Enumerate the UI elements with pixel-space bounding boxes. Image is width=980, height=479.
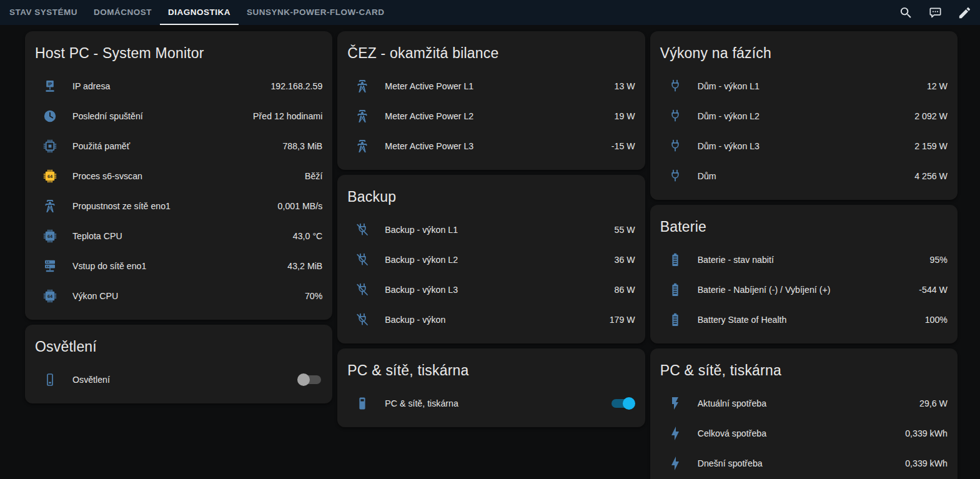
entity-name: Použitá paměť: [72, 141, 267, 151]
entity-row-baterie-stav[interactable]: Baterie - stav nabití 95%: [650, 245, 958, 275]
tab-diagnostika[interactable]: DIAGNOSTIKA: [160, 0, 239, 25]
entity-row-backup-l2[interactable]: Backup - výkon L2 36 W: [337, 245, 645, 275]
entity-row-meter-l3[interactable]: Meter Active Power L3 -15 W: [337, 131, 645, 161]
entity-name: Dům - výkon L3: [698, 141, 900, 151]
power-plug-off-icon: [355, 222, 370, 237]
cpu-64-bit-icon: [42, 229, 57, 244]
entity-value: 43,0 °C: [293, 231, 322, 241]
entity-value: 2 092 W: [914, 111, 948, 121]
card-title: Backup: [337, 182, 645, 215]
card-title: ČEZ - okamžitá bilance: [337, 39, 645, 71]
card-title: PC & sítě, tiskárna: [337, 356, 645, 388]
card-title: Baterie: [650, 212, 958, 245]
entity-value: 2 159 W: [914, 141, 948, 151]
pc-site-tiskarna-toggle[interactable]: [610, 397, 635, 410]
entity-name: Backup - výkon L3: [385, 285, 599, 295]
entity-name: Aktuální spotřeba: [698, 398, 904, 408]
tab-sunsynk-power-flow-card[interactable]: SUNSYNK-POWER-FLOW-CARD: [239, 0, 392, 25]
entity-row-backup-l1[interactable]: Backup - výkon L1 55 W: [337, 215, 645, 245]
entity-name: Backup - výkon L1: [385, 225, 599, 235]
power-plug-icon: [668, 169, 683, 184]
app-header: STAV SYSTÉMU DOMÁCNOST DIAGNOSTIKA SUNSY…: [0, 0, 980, 25]
entity-value: 70%: [305, 291, 322, 301]
entity-row-vykon-cpu[interactable]: Výkon CPU 70%: [25, 281, 332, 311]
entity-value: Před 12 hodinami: [253, 111, 322, 121]
card-vykony-na-fazich: Výkony na fázích Dům - výkon L1 12 W Dům…: [650, 31, 958, 200]
server-network-icon: [42, 259, 57, 274]
battery-icon: [668, 252, 683, 267]
entity-value: 12 W: [927, 81, 948, 91]
entity-name: Meter Active Power L3: [385, 141, 596, 151]
entity-row-ip-adresa[interactable]: IP adresa 192.168.2.59: [25, 71, 332, 101]
entity-value: 192.168.2.59: [270, 81, 322, 91]
card-pc-site-tiskarna-sensors: PC & sítě, tiskárna Aktuální spotřeba 29…: [650, 348, 958, 479]
battery-icon: [668, 312, 683, 327]
entity-row-dum-l1[interactable]: Dům - výkon L1 12 W: [650, 71, 958, 101]
entity-name: Proces s6-svscan: [72, 171, 290, 181]
entity-row-backup-l3[interactable]: Backup - výkon L3 86 W: [337, 275, 645, 305]
entity-name: Propustnost ze sítě eno1: [72, 201, 263, 211]
entity-row-dum-l3[interactable]: Dům - výkon L3 2 159 W: [650, 131, 958, 161]
transmission-tower-icon: [355, 79, 370, 94]
entity-row-meter-l1[interactable]: Meter Active Power L1 13 W: [337, 71, 645, 101]
entity-value: 19 W: [615, 111, 635, 121]
transmission-tower-icon: [355, 109, 370, 124]
power-plug-icon: [668, 109, 683, 124]
entity-row-dum-l2[interactable]: Dům - výkon L2 2 092 W: [650, 101, 958, 131]
osvetleni-toggle[interactable]: [297, 373, 322, 386]
entity-row-backup-total[interactable]: Backup - výkon 179 W: [337, 305, 645, 335]
search-icon[interactable]: [899, 6, 913, 20]
entity-row-battery-soh[interactable]: Battery State of Health 100%: [650, 305, 958, 335]
entity-row-posledni-spusteni[interactable]: Poslední spuštění Před 12 hodinami: [25, 101, 332, 131]
entity-row-propustnost[interactable]: Propustnost ze sítě eno1 0,001 MB/s: [25, 191, 332, 221]
entity-name: PC & sítě, tiskárna: [385, 398, 595, 408]
power-plug-off-icon: [355, 312, 370, 327]
entity-row-teplota-cpu[interactable]: Teplota CPU 43,0 °C: [25, 221, 332, 251]
entity-value: 29,6 W: [919, 398, 948, 408]
entity-name: Battery State of Health: [698, 315, 910, 325]
column-1: Host PC - System Monitor IP adresa 192.1…: [25, 31, 332, 403]
entity-row-aktualni-spotreba[interactable]: Aktuální spotřeba 29,6 W: [650, 388, 958, 418]
entity-name: Dům - výkon L2: [698, 111, 900, 121]
entity-value: 55 W: [615, 225, 635, 235]
power-plug-icon: [668, 139, 683, 154]
memory-chip-icon: [42, 139, 57, 154]
view-tabs: STAV SYSTÉMU DOMÁCNOST DIAGNOSTIKA SUNSY…: [1, 0, 392, 25]
entity-row-osvetleni[interactable]: Osvětlení: [25, 365, 332, 395]
entity-row-pc-site-switch[interactable]: PC & sítě, tiskárna: [337, 388, 645, 418]
entity-name: Meter Active Power L2: [385, 111, 599, 121]
entity-name: Backup - výkon L2: [385, 255, 599, 265]
card-title: Osvětlení: [25, 332, 332, 365]
entity-row-pouzita-pamet[interactable]: Použitá paměť 788,3 MiB: [25, 131, 332, 161]
entity-name: Osvětlení: [72, 375, 282, 385]
lightning-bolt-icon: [668, 426, 683, 441]
entity-row-proces-s6-svscan[interactable]: Proces s6-svscan Běží: [25, 161, 332, 191]
entity-value: 4 256 W: [914, 171, 948, 181]
cpu-64-bit-icon: [42, 289, 57, 304]
battery-icon: [668, 282, 683, 297]
entity-value: 0,339 kWh: [905, 458, 948, 468]
card-cez-okamzita-bilance: ČEZ - okamžitá bilance Meter Active Powe…: [337, 31, 645, 170]
entity-row-dum[interactable]: Dům 4 256 W: [650, 161, 958, 191]
entity-value: 0,339 kWh: [905, 428, 948, 438]
entity-value: 179 W: [610, 315, 635, 325]
assist-chat-icon[interactable]: [928, 6, 943, 20]
column-3: Výkony na fázích Dům - výkon L1 12 W Dům…: [650, 31, 958, 479]
entity-row-baterie-nabijeni[interactable]: Baterie - Nabíjení (-) / Vybíjení (+) -5…: [650, 275, 958, 305]
entity-row-celkova-spotreba[interactable]: Celková spotřeba 0,339 kWh: [650, 418, 958, 448]
entity-value: 788,3 MiB: [282, 141, 322, 151]
dashboard-grid: Host PC - System Monitor IP adresa 192.1…: [25, 31, 958, 479]
entity-name: Baterie - Nabíjení (-) / Vybíjení (+): [698, 285, 904, 295]
entity-row-meter-l2[interactable]: Meter Active Power L2 19 W: [337, 101, 645, 131]
entity-name: Výkon CPU: [72, 291, 290, 301]
ip-network-icon: [42, 79, 57, 94]
tab-domacnost[interactable]: DOMÁCNOST: [86, 0, 160, 25]
entity-name: IP adresa: [72, 81, 255, 91]
power-plug-off-icon: [355, 282, 370, 297]
entity-row-vstup-do-site[interactable]: Vstup do sítě eno1 43,2 MiB: [25, 251, 332, 281]
edit-dashboard-icon[interactable]: [958, 6, 972, 20]
entity-name: Poslední spuštění: [72, 111, 238, 121]
tab-stav-systemu[interactable]: STAV SYSTÉMU: [1, 0, 86, 25]
entity-row-dnesni-spotreba[interactable]: Dnešní spotřeba 0,339 kWh: [650, 448, 958, 478]
power-plug-off-icon: [355, 252, 370, 267]
